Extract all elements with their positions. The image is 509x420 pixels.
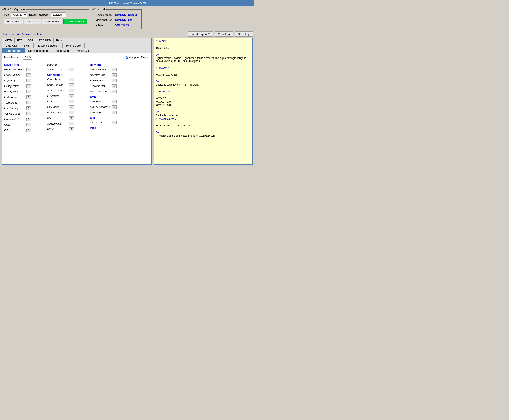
log-line-23: AT+CGPADDR= 1 (156, 117, 251, 120)
btn-flow-control[interactable]: R (26, 118, 31, 121)
btn-ip-address[interactable]: R (69, 94, 74, 98)
tab-data-call[interactable]: Data Call (2, 43, 20, 48)
btn-sms-format[interactable]: R (112, 100, 117, 103)
btn-get-device-info[interactable]: R (26, 68, 31, 71)
manufacturer-conn-label: Manufacturer (94, 18, 114, 22)
need-support-button[interactable]: Need Support? (188, 31, 213, 37)
item-bearer-type: Bearer Type R (47, 110, 90, 115)
item-station-class: Station Class R (47, 67, 90, 72)
tab-phone-book[interactable]: Phone Book (63, 43, 85, 48)
btn-configuration[interactable]: R (26, 84, 31, 88)
btn-activity-status[interactable]: R (26, 112, 31, 115)
item-service-class: Service Class R (47, 121, 90, 127)
how-to-link[interactable]: How to use with Arduino shields? (2, 32, 42, 36)
item-get-device-info: Get Device Info R (4, 67, 47, 72)
btn-service-class[interactable]: R (69, 122, 74, 125)
tab-tcpudp[interactable]: TCP/UDP (36, 38, 54, 43)
btn-conn-profiles[interactable]: R (69, 83, 74, 87)
tab-row-3: Diagnostics Command Mode Script Mode Voi… (2, 48, 151, 53)
append-output-checkbox[interactable] (126, 56, 128, 59)
find-ports-button[interactable]: Find Ports (4, 19, 23, 24)
network-title: Network (90, 62, 149, 67)
item-conn-profiles: Conn. Profiles R (47, 82, 90, 88)
btn-sim-status[interactable]: R (112, 121, 117, 124)
btn-station-class[interactable]: R (69, 68, 74, 71)
btn-rlp[interactable]: R (69, 116, 74, 120)
log-line-18: +CGACT: 2,0 (156, 100, 251, 103)
connection-panel: Connection Device Model SIMCOM_SIM900 Ma… (92, 8, 142, 29)
tab-voice-call[interactable]: Voice Call (74, 48, 93, 53)
misc-title: Misc (90, 125, 149, 130)
log-line-4 (156, 50, 251, 53)
port-label: Port (4, 13, 9, 16)
btn-technology[interactable]: R (26, 101, 31, 104)
item-conn-status: Conn. Status R (47, 77, 90, 82)
log-line-22: Device is connected. (156, 114, 251, 117)
btn-signal-strength[interactable]: R (112, 68, 117, 71)
btn-attach-status[interactable]: R (69, 89, 74, 92)
title-bar: AT Command Tester V23 (0, 0, 254, 6)
btn-sms-sc-address[interactable]: R (112, 105, 117, 109)
log-line-8: AT+COPS? (156, 66, 251, 69)
btn-sms-support[interactable]: R (112, 111, 117, 114)
baud-select[interactable]: 115200 (51, 12, 66, 17)
item-functionality: Functionality R (4, 105, 47, 111)
tab-diagnostics[interactable]: Diagnostics (2, 48, 25, 53)
btn-clock[interactable]: R (26, 123, 31, 127)
disconnect-button[interactable]: Disconnect (42, 19, 62, 24)
clear-log-button[interactable]: Clear Log (215, 31, 233, 37)
btn-pref-operators[interactable]: R (112, 90, 117, 93)
connection-label: Connection (94, 8, 108, 11)
btn-phone-number[interactable]: R (26, 73, 31, 77)
btn-port-speed[interactable]: R (26, 96, 31, 99)
tab-gps[interactable]: GPS (25, 38, 36, 43)
btn-bearer-type[interactable]: R (69, 111, 74, 114)
port-config-panel: Port Configuration Port COM13 Baud Rate(… (2, 8, 90, 29)
indicators-title: Indicators (47, 62, 90, 67)
log-line-19: +CGACT: 3,0 (156, 104, 251, 107)
col-network-sms-sim: Network Signal Strength R Operator Info … (90, 62, 149, 133)
connect-button[interactable]: Connect (24, 19, 41, 24)
btn-qos[interactable]: R (69, 100, 74, 103)
item-sim-status: SIM Status R (90, 120, 149, 125)
status-label: Status (94, 22, 114, 27)
tab-ftp[interactable]: FTP (15, 38, 25, 43)
btn-imei[interactable]: R (26, 128, 31, 132)
btn-ussd[interactable]: R (69, 128, 74, 131)
log-line-25: +CGPADDR: 1,"10.101.16.166" (156, 124, 251, 127)
item-pref-operators: Pref. Operators R (90, 89, 149, 94)
app-title: AT Command Tester V23 (109, 1, 146, 5)
manufacturer-conn-value: SIMCOM_Ltd (114, 18, 139, 22)
save-log-button[interactable]: Save Log (235, 31, 253, 37)
tab-email[interactable]: Email (54, 38, 66, 43)
btn-conn-status[interactable]: R (69, 78, 74, 81)
tab-http[interactable]: HTTP (2, 38, 15, 43)
autoconnect-button[interactable]: AutoConnect (63, 19, 87, 24)
tab-command-mode[interactable]: Command Mode (25, 48, 52, 53)
item-sms-format: SMS Format R (90, 99, 149, 104)
port-select[interactable]: COM13 (11, 12, 27, 17)
col-device-info: Device Info Get Device Info R Phone Numb… (4, 62, 47, 133)
item-rlp: RLP R (47, 115, 90, 121)
btn-capability[interactable]: R (26, 79, 31, 82)
baud-label: Baud Rate(bps) (29, 13, 49, 16)
btn-mux-mode[interactable]: R (69, 105, 74, 109)
log-line-27: OK (156, 131, 251, 134)
btn-registration[interactable]: R (112, 79, 117, 82)
btn-battery-level[interactable]: R (26, 90, 31, 93)
tab-sms[interactable]: SMS (20, 43, 33, 48)
diagnostics-grid: Device Info Get Device Info R Phone Numb… (2, 61, 151, 134)
item-mux-mode: Mux Mode R (47, 104, 90, 110)
btn-functionality[interactable]: R (26, 106, 31, 110)
log-line-24 (156, 121, 251, 124)
log-line-28: IP Address of the connected profile is "… (156, 134, 251, 137)
manufacturer-filter-select[interactable]: All (23, 55, 32, 60)
tab-network-selection[interactable]: Network Selection (34, 43, 63, 48)
col-indicators-connection: Indicators Station Class R Connection Co… (47, 62, 90, 133)
btn-available-net[interactable]: R (112, 84, 117, 88)
tab-script-mode[interactable]: Script Mode (52, 48, 74, 53)
btn-operator-info[interactable]: R (112, 73, 117, 77)
item-sms-sc-address: SMS SC Address R (90, 104, 149, 110)
log-line-12: OK (156, 80, 251, 83)
log-line-2 (156, 43, 251, 46)
